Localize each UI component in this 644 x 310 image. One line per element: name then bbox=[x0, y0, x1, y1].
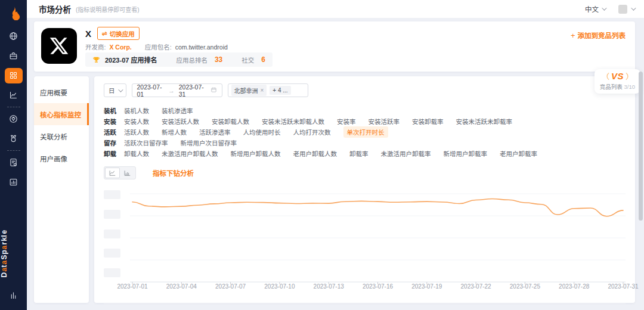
package-name: com.twitter.android bbox=[175, 44, 228, 51]
metric-option[interactable]: 新增人数 bbox=[162, 128, 187, 137]
metric-option[interactable]: 卸载率 bbox=[349, 149, 369, 158]
metric-option[interactable]: 安装率 bbox=[337, 117, 356, 126]
topbar: 市场分析 (指标说明悬停即可查看) 中文 bbox=[27, 0, 644, 18]
metric-group-row: 活跃活跃人数新增人数活跃渗透率人均使用时长人均打开次数单次打开时长 bbox=[104, 126, 626, 137]
developer-name[interactable]: X Corp. bbox=[109, 44, 131, 51]
menu-item[interactable]: 应用概要 bbox=[34, 81, 89, 103]
region-tag: 北部非洲 × bbox=[231, 85, 267, 96]
x-axis-tick-label: 2023-07-13 bbox=[314, 283, 344, 290]
drill-down-link[interactable]: 指标下钻分析 bbox=[153, 168, 194, 178]
app-name: X bbox=[85, 29, 91, 39]
app-info-card: X ⇌ 切换应用 开发商: X Corp. 应用包名: com.twitter.… bbox=[34, 21, 635, 72]
metric-option[interactable]: 人均使用时长 bbox=[243, 128, 281, 137]
vertical-scrollbar[interactable] bbox=[639, 72, 643, 221]
date-end: 2023-07-31 bbox=[179, 83, 206, 98]
granularity-select[interactable]: 日 bbox=[104, 83, 126, 97]
x-axis-tick-label: 2023-07-31 bbox=[608, 283, 638, 290]
metric-option[interactable]: 人均打开次数 bbox=[293, 128, 331, 137]
metric-option[interactable]: 安装卸载率 bbox=[412, 117, 444, 126]
bar-chart-toggle[interactable] bbox=[120, 168, 135, 178]
chevron-down-icon bbox=[118, 87, 123, 92]
metric-option[interactable]: 安装未活跃未卸载率 bbox=[456, 117, 513, 126]
metric-option[interactable]: 安装人数 bbox=[124, 117, 149, 126]
page-hint: (指标说明悬停即可查看) bbox=[76, 5, 140, 14]
core-metrics-panel: 日 2023-07-01 → 2023-07-31 北部非洲 × bbox=[94, 76, 635, 303]
close-icon[interactable]: × bbox=[261, 87, 264, 94]
section-divider bbox=[104, 303, 626, 304]
trophy-icon bbox=[92, 56, 100, 64]
metric-option[interactable]: 活跃次日留存率 bbox=[124, 138, 168, 147]
datasparkle-flame-logo[interactable] bbox=[0, 0, 27, 26]
metric-group-label: 装机 bbox=[104, 106, 124, 115]
global-gem-icon[interactable] bbox=[0, 109, 27, 129]
metric-option[interactable]: 安装未活跃未卸载人数 bbox=[262, 117, 324, 126]
metric-option[interactable]: 新增用户卸载人数 bbox=[231, 149, 281, 158]
metric-option[interactable]: 卸载人数 bbox=[124, 149, 149, 158]
metric-option[interactable]: 单次打开时长 bbox=[343, 126, 388, 138]
switch-icon: ⇌ bbox=[102, 30, 107, 37]
metric-group-row: 安装安装人数安装活跃人数安装卸载人数安装未活跃未卸载人数安装率安装活跃率安装卸载… bbox=[104, 116, 626, 126]
menu-item[interactable]: 关联分析 bbox=[34, 125, 89, 147]
total-rank-label: 应用总排名 bbox=[176, 55, 208, 64]
date-start: 2023-07-01 bbox=[137, 83, 165, 98]
metric-option[interactable]: 未激活用户卸载率 bbox=[381, 149, 431, 158]
add-to-competitor-button[interactable]: + 添加到竞品列表 bbox=[571, 30, 626, 40]
menu-item[interactable]: 用户画像 bbox=[34, 147, 89, 169]
metric-option[interactable]: 未激活用户卸载人数 bbox=[162, 149, 218, 158]
package-label: 应用包名: bbox=[145, 42, 172, 51]
region-more-tag[interactable]: + 4 ... bbox=[270, 86, 290, 95]
menu-item[interactable]: 核心指标监控 bbox=[34, 103, 89, 125]
page-title: 市场分析 bbox=[39, 3, 71, 15]
metric-option[interactable]: 活跃人数 bbox=[124, 128, 149, 137]
x-axis-tick-label: 2023-07-16 bbox=[363, 283, 393, 290]
section-menu: 应用概要核心指标监控关联分析用户画像 bbox=[34, 76, 89, 303]
market-analysis-icon[interactable] bbox=[0, 66, 27, 85]
trend-analysis-icon[interactable] bbox=[0, 85, 27, 105]
metric-group-label: 安装 bbox=[104, 117, 124, 126]
y-axis-redacted-labels bbox=[104, 188, 122, 282]
chart-type-toggle bbox=[104, 166, 136, 179]
x-axis-labels: 2023-07-012023-07-042023-07-072023-07-10… bbox=[130, 283, 626, 292]
metric-option[interactable]: 老用户卸载人数 bbox=[293, 149, 338, 158]
filter-bar: 日 2023-07-01 → 2023-07-31 北部非洲 × bbox=[104, 83, 626, 97]
chart-gallery-icon[interactable] bbox=[0, 172, 27, 192]
chart-plot-area: 2023-07-012023-07-042023-07-072023-07-10… bbox=[130, 188, 626, 293]
metric-option[interactable]: 装机人数 bbox=[124, 106, 149, 115]
market-analysis-page: DataSparkle 市场分析 (指标说明悬停即可查看) 中文 X bbox=[0, 0, 644, 310]
metric-option[interactable]: 安装卸载人数 bbox=[212, 117, 249, 126]
metric-option[interactable]: 新增用户卸载率 bbox=[444, 149, 488, 158]
metric-option[interactable]: 装机渗透率 bbox=[162, 106, 193, 115]
x-axis-tick-label: 2023-07-04 bbox=[166, 283, 197, 290]
metric-group-row: 留存活跃次日留存率新增用户次日留存率 bbox=[104, 137, 626, 148]
category-rank-label: 社交 bbox=[242, 55, 254, 64]
line-chart-toggle[interactable] bbox=[105, 168, 120, 178]
metric-option[interactable]: 老用户卸载率 bbox=[500, 149, 537, 158]
competitor-vs-widget[interactable]: VS 竞品列表 3/10 bbox=[595, 69, 640, 94]
rail-divider bbox=[7, 107, 20, 107]
switch-app-button[interactable]: ⇌ 切换应用 bbox=[97, 27, 140, 40]
metric-option[interactable]: 安装活跃人数 bbox=[162, 117, 199, 126]
chevron-down-icon[interactable] bbox=[631, 5, 636, 10]
chart-toolbar: 指标下钻分析 bbox=[104, 166, 626, 179]
collapse-menu-icon[interactable] bbox=[0, 286, 27, 305]
total-rank-value: 33 bbox=[215, 55, 222, 64]
global-overview-icon[interactable] bbox=[0, 26, 27, 46]
language-selector[interactable]: 中文 bbox=[585, 4, 605, 14]
metric-group-label: 活跃 bbox=[104, 128, 124, 137]
region-multiselect[interactable]: 北部非洲 × + 4 ... bbox=[228, 83, 308, 97]
metric-option[interactable]: 新增用户次日留存率 bbox=[181, 138, 237, 147]
metric-option[interactable]: 安装活跃率 bbox=[369, 117, 400, 126]
date-range-input[interactable]: 2023-07-01 → 2023-07-31 bbox=[132, 83, 222, 97]
range-arrow-icon: → bbox=[168, 87, 175, 94]
rank-period: 2023-07 应用排名 bbox=[105, 55, 157, 64]
x-axis-tick-label: 2023-07-22 bbox=[461, 283, 491, 290]
company-analysis-icon[interactable] bbox=[0, 46, 27, 66]
chart-canvas bbox=[130, 188, 626, 287]
avatar[interactable] bbox=[618, 5, 627, 14]
rank-medal-icon[interactable] bbox=[0, 129, 27, 148]
metric-option[interactable]: 活跃渗透率 bbox=[199, 128, 231, 137]
metric-line-chart: 2023-07-012023-07-042023-07-072023-07-10… bbox=[104, 188, 626, 293]
metric-group-label: 卸载 bbox=[104, 149, 124, 158]
app-rank-bar: 2023-07 应用排名 应用总排名 33 社交 6 bbox=[85, 52, 273, 67]
report-doc-icon[interactable] bbox=[0, 153, 27, 172]
